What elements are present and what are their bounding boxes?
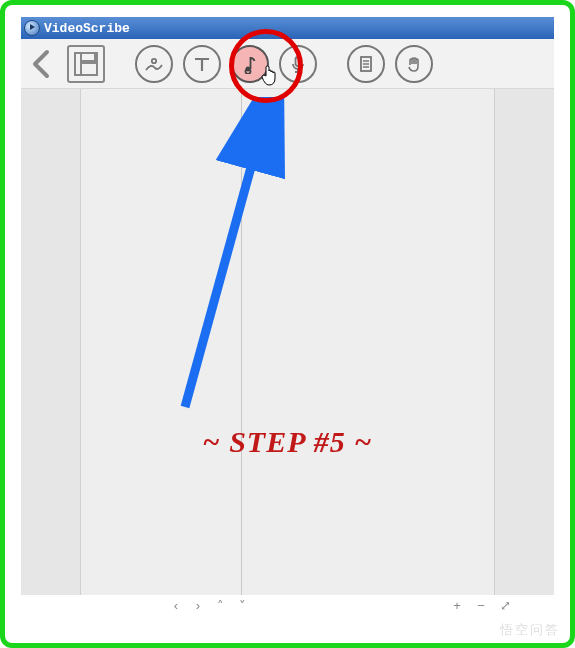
app-title: VideoScribe (44, 21, 130, 36)
nav-up-button[interactable]: ˄ (211, 596, 229, 614)
right-margin (494, 89, 554, 595)
svg-point-1 (246, 66, 251, 71)
zoom-in-button[interactable]: + (448, 596, 466, 614)
hand-style-button[interactable] (395, 45, 433, 83)
paper-icon (356, 54, 376, 74)
record-voice-button[interactable] (279, 45, 317, 83)
svg-point-0 (152, 58, 156, 62)
fullscreen-button[interactable]: ⤢ (496, 596, 514, 614)
watermark: 悟空问答 (500, 621, 560, 639)
canvas-area: ‹ › ˄ ˅ + − ⤢ (21, 89, 554, 615)
add-image-button[interactable] (135, 45, 173, 83)
app-logo-icon (24, 20, 40, 36)
nav-prev-button[interactable]: ‹ (167, 596, 185, 614)
nav-next-button[interactable]: › (189, 596, 207, 614)
main-toolbar (21, 39, 554, 89)
text-icon (192, 54, 212, 74)
back-button[interactable] (27, 45, 57, 83)
nav-down-button[interactable]: ˅ (233, 596, 251, 614)
microphone-icon (288, 54, 308, 74)
paper-options-button[interactable] (347, 45, 385, 83)
canvas-nav-footer: ‹ › ˄ ˅ + − ⤢ (21, 595, 554, 615)
chevron-left-icon (31, 49, 53, 79)
drawing-canvas[interactable] (81, 89, 494, 595)
music-note-icon (240, 54, 260, 74)
hand-icon (404, 54, 424, 74)
floppy-disk-icon (74, 52, 98, 76)
add-text-button[interactable] (183, 45, 221, 83)
left-margin (21, 89, 81, 595)
add-music-button[interactable] (231, 45, 269, 83)
step-annotation-label: ~ STEP #5 ~ (5, 425, 570, 459)
image-icon (143, 53, 165, 75)
title-bar: VideoScribe (21, 17, 554, 39)
zoom-out-button[interactable]: − (472, 596, 490, 614)
save-button[interactable] (67, 45, 105, 83)
canvas-divider (241, 89, 242, 595)
svg-rect-2 (296, 57, 301, 66)
